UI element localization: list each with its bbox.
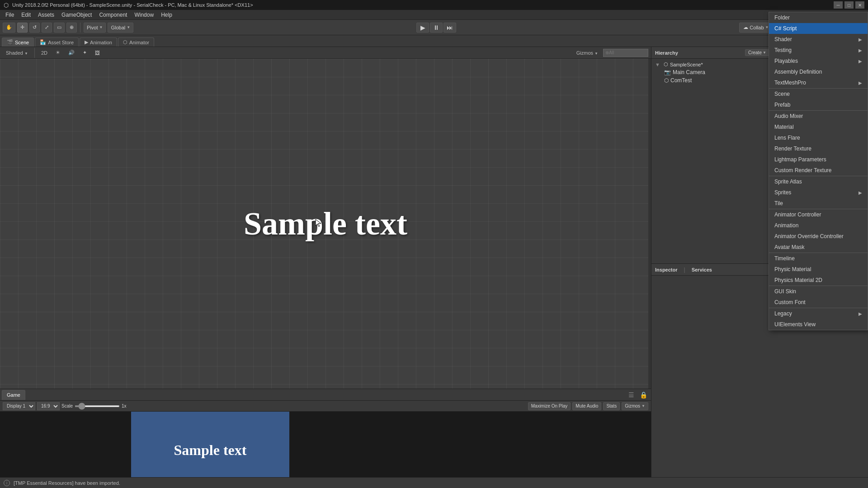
context-item-label: Shader [774, 36, 792, 42]
context-item-label: Audio Mixer [774, 113, 803, 119]
context-item-scene[interactable]: Scene [769, 88, 868, 99]
context-item-custom-render-texture[interactable]: Custom Render Texture [769, 165, 868, 176]
main-toolbar: ✋ ✛ ↺ ⤢ ▭ ⊕ Pivot ▼ Global ▼ ▶ ⏸ ⏭ ☁ Col… [0, 20, 868, 35]
context-item-label: Render Texture [774, 145, 811, 152]
context-item-sprites[interactable]: Sprites▶ [769, 187, 868, 198]
maximize-button[interactable]: □ [844, 1, 854, 9]
context-item-label: Animator Override Controller [774, 233, 844, 239]
context-item-physics-material-2d[interactable]: Physics Material 2D [769, 275, 868, 286]
context-item-gui-skin[interactable]: GUI Skin [769, 286, 868, 297]
minimize-button[interactable]: ─ [834, 1, 843, 9]
play-button[interactable]: ▶ [416, 23, 429, 33]
context-item-shader[interactable]: Shader▶ [769, 34, 868, 45]
scale-slider[interactable] [75, 405, 120, 407]
context-item-animator-controller[interactable]: Animator Controller [769, 209, 868, 220]
game-gizmos-button[interactable]: Gizmos ▼ [622, 402, 648, 410]
game-right-letterbox [289, 412, 651, 488]
game-panel-options[interactable]: ☰ [627, 391, 636, 399]
pivot-button[interactable]: Pivot ▼ [84, 23, 106, 33]
gameobject-icon: ⬡ [664, 77, 669, 84]
context-item-assembly-definition[interactable]: Assembly Definition [769, 66, 868, 77]
display-select[interactable]: Display 1 [3, 402, 35, 410]
menu-gameobject[interactable]: GameObject [58, 11, 95, 19]
context-item-material[interactable]: Material [769, 122, 868, 132]
tab-asset-store[interactable]: 🏪 Asset Store [35, 38, 79, 47]
tool-scale[interactable]: ⤢ [42, 23, 52, 33]
context-item-physic-material[interactable]: Physic Material [769, 264, 868, 275]
menu-window[interactable]: Window [131, 11, 157, 19]
hierarchy-panel: Hierarchy Create ▼ 🔒 ☰ ▼ ⬡ SampleScene* [651, 47, 868, 264]
global-button[interactable]: Global ▼ [108, 23, 133, 33]
tool-transform[interactable]: ⊕ [66, 23, 77, 33]
menu-file[interactable]: File [2, 11, 18, 19]
context-item-animation[interactable]: Animation [769, 220, 868, 231]
tool-move[interactable]: ✛ [17, 23, 28, 33]
context-item-sprite-atlas[interactable]: Sprite Atlas [769, 176, 868, 187]
tool-hand[interactable]: ✋ [3, 23, 15, 33]
context-item-custom-font[interactable]: Custom Font [769, 297, 868, 308]
collab-icon: ☁ [743, 24, 748, 30]
game-panel-lock[interactable]: 🔒 [638, 391, 649, 399]
status-bar: i [TMP Essential Resources] have been im… [0, 477, 868, 488]
audio-button[interactable]: 🔊 [65, 49, 78, 56]
close-button[interactable]: ✕ [855, 1, 864, 9]
tab-animator[interactable]: ⬡ Animator [118, 38, 154, 47]
context-item-label: Sprites [774, 189, 791, 196]
aspect-select[interactable]: 16:9 [37, 402, 60, 410]
context-item-timeline[interactable]: Timeline [769, 253, 868, 264]
menu-help[interactable]: Help [157, 11, 176, 19]
context-item-textmeshpro[interactable]: TextMeshPro▶ [769, 77, 868, 88]
context-item-uielements-view[interactable]: UIElements View [769, 319, 868, 330]
pause-button[interactable]: ⏸ [430, 23, 443, 33]
tab-game[interactable]: Game [2, 390, 25, 400]
game-tab-bar: Game ☰ 🔒 [0, 389, 651, 401]
scene-resize-handle[interactable] [648, 59, 651, 389]
context-item-avatar-mask[interactable]: Avatar Mask [769, 242, 868, 253]
tab-scene[interactable]: 🎬 Scene [2, 38, 34, 47]
tab-animation[interactable]: ▶ Animation [80, 38, 117, 47]
submenu-arrow-icon: ▶ [859, 80, 862, 85]
scale-control: Scale 1x [61, 404, 127, 408]
game-sample-text: Sample text [174, 442, 247, 459]
context-item-tile[interactable]: Tile [769, 198, 868, 209]
context-item-playables[interactable]: Playables▶ [769, 56, 868, 66]
context-item-label: Animation [774, 222, 798, 229]
collab-button[interactable]: ☁ Collab ▼ [739, 23, 773, 33]
status-icon: i [4, 480, 10, 486]
inspector-tab[interactable]: Inspector [655, 267, 678, 272]
context-item-animator-override-controller[interactable]: Animator Override Controller [769, 231, 868, 242]
context-item-testing[interactable]: Testing▶ [769, 45, 868, 56]
gizmos-button[interactable]: Gizmos ▼ [573, 49, 601, 56]
context-item-lightmap-parameters[interactable]: Lightmap Parameters [769, 154, 868, 165]
services-tab[interactable]: Services [692, 267, 712, 272]
lighting-button[interactable]: ☀ [52, 49, 63, 56]
menu-assets[interactable]: Assets [34, 11, 58, 19]
menu-component[interactable]: Component [95, 11, 131, 19]
stats-button[interactable]: Stats [603, 402, 620, 410]
shaded-button[interactable]: Shaded ▼ [3, 49, 31, 56]
context-item-lens-flare[interactable]: Lens Flare [769, 132, 868, 143]
animation-icon: ▶ [85, 39, 88, 45]
context-item-label: Folder [774, 14, 790, 21]
context-item-label: Lens Flare [774, 135, 800, 141]
maximize-on-play-button[interactable]: Maximize On Play [528, 402, 571, 410]
context-item-c#-script[interactable]: C# Script [769, 23, 868, 34]
effects-button[interactable]: ✦ [80, 49, 90, 56]
scene-image-button[interactable]: 🖼 [92, 49, 103, 56]
menu-edit[interactable]: Edit [18, 11, 34, 19]
tool-rotate[interactable]: ↺ [29, 23, 40, 33]
context-item-render-texture[interactable]: Render Texture [769, 143, 868, 154]
context-item-label: C# Script [774, 25, 797, 32]
context-item-legacy[interactable]: Legacy▶ [769, 308, 868, 319]
step-button[interactable]: ⏭ [443, 23, 456, 33]
tool-rect[interactable]: ▭ [54, 23, 65, 33]
animator-icon: ⬡ [123, 39, 127, 45]
scene-search-input[interactable] [603, 49, 648, 57]
context-item-prefab[interactable]: Prefab [769, 99, 868, 110]
2d-button[interactable]: 2D [38, 49, 51, 56]
window-controls[interactable]: ─ □ ✕ [834, 1, 864, 9]
context-item-audio-mixer[interactable]: Audio Mixer [769, 110, 868, 122]
context-item-folder[interactable]: Folder [769, 12, 868, 23]
mute-audio-button[interactable]: Mute Audio [572, 402, 601, 410]
hierarchy-create-button[interactable]: Create ▼ [745, 49, 769, 56]
